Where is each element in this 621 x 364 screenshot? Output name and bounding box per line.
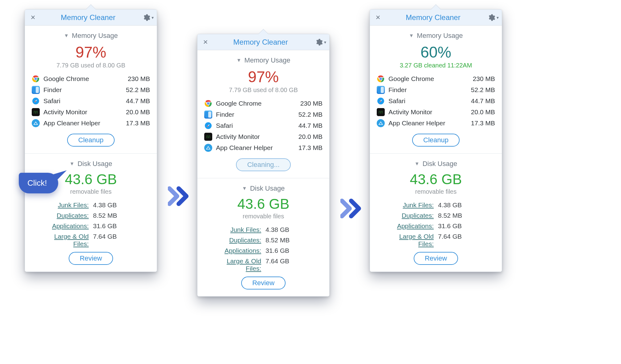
triangle-down-icon: ▼	[70, 161, 75, 167]
app-row[interactable]: ⎍⎍Activity Monitor20.0 MB	[377, 107, 495, 118]
app-name: Activity Monitor	[43, 108, 122, 116]
app-row[interactable]: Google Chrome230 MB	[377, 73, 495, 84]
large-old-link[interactable]: Large & Old Files:	[382, 233, 434, 248]
app-name: Finder	[388, 86, 467, 94]
large-old-link[interactable]: Large & Old Files:	[37, 233, 89, 248]
memory-section-label: Memory Usage	[72, 32, 118, 40]
memory-percent: 97%	[197, 68, 329, 86]
chevron-down-icon: ▾	[152, 15, 154, 20]
settings-menu[interactable]: ▾	[483, 14, 499, 22]
app-name: Activity Monitor	[216, 133, 295, 140]
memory-section-label: Memory Usage	[417, 32, 463, 40]
app-size: 230 MB	[128, 75, 150, 83]
memory-section-toggle[interactable]: ▼Memory Usage	[370, 26, 502, 42]
app-name: App Cleaner Helper	[43, 119, 122, 127]
app-row[interactable]: Safari 44.7 MB	[32, 95, 150, 107]
svg-point-3	[35, 78, 37, 80]
large-old-size: 7.64 GB	[266, 257, 317, 265]
panel-after: × Memory Cleaner ▾ ▼Memory Usage 60% 3.2…	[370, 9, 502, 272]
applications-link[interactable]: Applications:	[210, 247, 261, 254]
svg-rect-5	[36, 87, 39, 93]
settings-menu[interactable]: ▾	[311, 38, 326, 46]
app-name: Finder	[216, 111, 295, 118]
app-row[interactable]: Finder 52.2 MB	[32, 84, 150, 95]
safari-icon	[204, 122, 212, 130]
disk-removable-size: 43.6 GB	[197, 196, 329, 212]
finder-icon	[204, 111, 212, 119]
app-row[interactable]: Safari44.7 MB	[204, 120, 323, 131]
app-row[interactable]: Finder52.2 MB	[377, 84, 495, 95]
settings-menu[interactable]: ▾	[138, 14, 154, 22]
app-size: 52.2 MB	[471, 86, 495, 94]
large-old-link[interactable]: Large & Old Files:	[210, 257, 261, 272]
chevron-down-icon: ▾	[324, 40, 326, 45]
cleaning-button: Cleaning...	[236, 158, 290, 171]
svg-rect-14	[208, 111, 211, 118]
triangle-down-icon: ▼	[242, 186, 247, 191]
gear-icon	[142, 14, 150, 22]
memory-section-toggle[interactable]: ▼ Memory Usage	[197, 50, 329, 66]
app-row[interactable]: Safari44.7 MB	[377, 95, 495, 107]
disk-section-toggle[interactable]: ▼ Disk Usage	[25, 154, 157, 170]
applications-link[interactable]: Applications:	[37, 222, 89, 230]
duplicates-link[interactable]: Duplicates:	[210, 237, 261, 244]
chrome-icon	[377, 75, 385, 83]
gear-icon	[315, 38, 323, 46]
click-callout: Click!	[19, 173, 58, 193]
close-icon[interactable]: ×	[28, 13, 38, 22]
disk-section-toggle[interactable]: ▼Disk Usage	[197, 178, 329, 194]
applications-size: 31.6 GB	[93, 222, 144, 230]
cleanup-button[interactable]: Cleanup	[412, 134, 460, 147]
duplicates-link[interactable]: Duplicates:	[382, 212, 434, 219]
chrome-icon	[32, 75, 40, 83]
junk-files-link[interactable]: Junk Files:	[37, 201, 89, 209]
app-list: Google Chrome 230 MB Finder 52.2 MB Safa…	[25, 73, 157, 131]
memory-percent: 97%	[25, 43, 157, 61]
review-button[interactable]: Review	[241, 277, 286, 289]
app-name: Safari	[43, 97, 122, 105]
applications-size: 31.6 GB	[438, 222, 489, 230]
app-row[interactable]: Google Chrome230 MB	[204, 98, 323, 109]
memory-subtext: 7.79 GB used of 8.00 GB	[197, 87, 329, 94]
app-row[interactable]: ⎍⎍ Activity Monitor 20.0 MB	[32, 107, 150, 118]
app-row[interactable]: App Cleaner Helper 17.3 MB	[32, 118, 150, 129]
applications-link[interactable]: Applications:	[382, 222, 434, 230]
activity-monitor-icon: ⎍⎍	[204, 133, 212, 141]
app-row[interactable]: App Cleaner Helper17.3 MB	[377, 118, 495, 129]
safari-icon	[32, 97, 40, 105]
step-arrow-icon	[336, 198, 370, 219]
junk-files-size: 4.38 GB	[266, 226, 317, 233]
app-row[interactable]: Google Chrome 230 MB	[32, 73, 150, 84]
app-name: Google Chrome	[216, 100, 297, 107]
cleanup-button[interactable]: Cleanup	[67, 134, 115, 147]
duplicates-link[interactable]: Duplicates:	[37, 212, 89, 219]
app-size: 20.0 MB	[126, 108, 150, 116]
file-categories: Junk Files:4.38 GB Duplicates:8.52 MB Ap…	[197, 224, 329, 273]
finder-icon	[32, 86, 40, 94]
panel-before: × Memory Cleaner ▾ ▼ Memory Usage 97% 7.…	[25, 9, 157, 272]
disk-section-label: Disk Usage	[78, 160, 112, 168]
disk-section-label: Disk Usage	[423, 160, 457, 168]
applications-size: 31.6 GB	[266, 247, 317, 254]
junk-files-link[interactable]: Junk Files:	[382, 201, 434, 209]
junk-files-link[interactable]: Junk Files:	[210, 226, 261, 233]
app-size: 230 MB	[300, 100, 323, 107]
triangle-down-icon: ▼	[64, 33, 69, 38]
app-row[interactable]: Finder52.2 MB	[204, 109, 323, 120]
triangle-down-icon: ▼	[409, 33, 414, 38]
svg-rect-23	[381, 87, 384, 93]
review-button[interactable]: Review	[69, 252, 113, 265]
disk-section-toggle[interactable]: ▼Disk Usage	[370, 154, 502, 170]
close-icon[interactable]: ×	[201, 37, 210, 47]
app-name: Google Chrome	[388, 75, 469, 83]
app-row[interactable]: ⎍⎍Activity Monitor20.0 MB	[204, 131, 323, 142]
memory-subtext: 7.79 GB used of 8.00 GB	[25, 62, 157, 69]
junk-files-size: 4.38 GB	[93, 201, 144, 209]
app-row[interactable]: App Cleaner Helper17.3 MB	[204, 142, 323, 153]
memory-section-toggle[interactable]: ▼ Memory Usage	[25, 26, 157, 42]
review-button[interactable]: Review	[414, 252, 458, 265]
app-size: 52.2 MB	[298, 111, 323, 118]
app-name: App Cleaner Helper	[388, 119, 467, 127]
app-name: Safari	[216, 122, 295, 129]
close-icon[interactable]: ×	[373, 13, 383, 22]
